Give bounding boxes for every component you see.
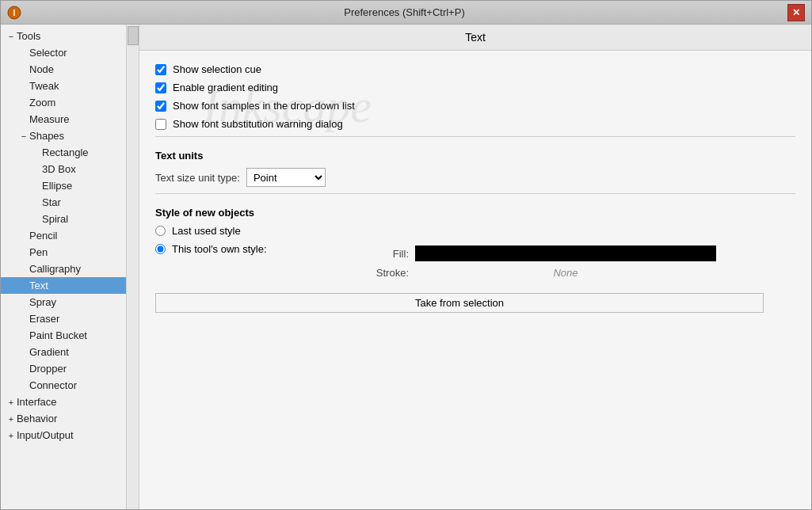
sidebar-item-selector-label: Selector: [29, 47, 67, 59]
style-section-title: Style of new objects: [155, 207, 795, 219]
sidebar-item-text-label: Text: [29, 280, 48, 291]
sidebar-item-3dbox[interactable]: 3D Box: [1, 161, 126, 177]
checkbox-enable-gradient-editing: Enable gradient editing: [155, 82, 795, 93]
sidebar-scrollbar[interactable]: [126, 25, 139, 509]
sidebar-item-3dbox-label: 3D Box: [42, 163, 76, 175]
sidebar-item-node[interactable]: Node: [1, 61, 126, 78]
checkbox-show-font-samples: Show font samples in the drop-down list: [155, 100, 795, 112]
sidebar-item-spiral-label: Spiral: [42, 213, 68, 225]
sidebar-item-star[interactable]: Star: [1, 194, 126, 211]
main-content: − Tools Selector Node Tweak Zoom: [1, 25, 811, 509]
sidebar: − Tools Selector Node Tweak Zoom: [1, 25, 139, 509]
sidebar-item-inputoutput-label: Input/Output: [17, 429, 74, 441]
preferences-window: I Preferences (Shift+Ctrl+P) ✕ − Tools S…: [0, 0, 812, 510]
sidebar-item-spiral[interactable]: Spiral: [1, 211, 126, 227]
divider-2: [155, 193, 795, 194]
text-units-title: Text units: [155, 150, 795, 162]
take-from-selection-button[interactable]: Take from selection: [155, 293, 764, 313]
last-used-style-radio[interactable]: [155, 226, 166, 236]
sidebar-item-eraser-label: Eraser: [29, 313, 59, 325]
scrollbar-thumb[interactable]: [128, 26, 139, 45]
app-icon: I: [7, 6, 21, 20]
sidebar-item-shapes[interactable]: − Shapes: [1, 128, 126, 144]
fill-bar: [415, 245, 716, 261]
sidebar-item-inputoutput[interactable]: + Input/Output: [1, 427, 126, 443]
panel-body-wrapper: Inkscape Show selection cue Enable gradi…: [155, 63, 795, 313]
sidebar-item-interface[interactable]: + Interface: [1, 394, 126, 410]
sidebar-item-pencil-label: Pencil: [29, 230, 57, 242]
sidebar-item-interface-label: Interface: [17, 396, 57, 408]
show-selection-cue-checkbox[interactable]: [155, 64, 166, 75]
show-selection-cue-label: Show selection cue: [173, 63, 261, 75]
enable-gradient-editing-checkbox[interactable]: [155, 82, 166, 93]
sidebar-item-spray[interactable]: Spray: [1, 294, 126, 310]
sidebar-item-pen[interactable]: Pen: [1, 244, 126, 261]
sidebar-item-spray-label: Spray: [29, 296, 56, 308]
sidebar-item-calligraphy-label: Calligraphy: [29, 263, 81, 275]
sidebar-item-paintbucket[interactable]: Paint Bucket: [1, 327, 126, 344]
sidebar-item-shapes-label: Shapes: [29, 130, 64, 142]
interface-expand-icon: +: [6, 398, 17, 407]
fill-label: Fill:: [361, 248, 409, 260]
this-tools-own-style-label: This tool's own style:: [172, 243, 267, 255]
sidebar-item-star-label: Star: [42, 196, 61, 208]
panel-body: Inkscape Show selection cue Enable gradi…: [139, 51, 811, 509]
sidebar-item-dropper[interactable]: Dropper: [1, 360, 126, 377]
stroke-row: Stroke: None: [361, 265, 795, 280]
sidebar-item-rectangle-label: Rectangle: [42, 147, 89, 158]
stroke-label: Stroke:: [361, 267, 409, 279]
show-font-substitution-checkbox[interactable]: [155, 119, 166, 130]
sidebar-item-selector[interactable]: Selector: [1, 44, 126, 61]
sidebar-item-gradient-label: Gradient: [29, 346, 69, 358]
sidebar-item-connector[interactable]: Connector: [1, 377, 126, 394]
close-button[interactable]: ✕: [787, 4, 805, 21]
fill-stroke-col: Fill: Stroke: None: [361, 245, 795, 284]
divider-1: [155, 136, 795, 137]
sidebar-item-tweak-label: Tweak: [29, 80, 59, 92]
radio-this-tools-own-style: This tool's own style:: [155, 243, 361, 255]
content-panel: Text Inkscape Show selection cue Enable …: [139, 25, 811, 509]
sidebar-item-paintbucket-label: Paint Bucket: [29, 329, 87, 341]
last-used-style-label: Last used style: [172, 225, 241, 237]
sidebar-item-node-label: Node: [29, 63, 54, 75]
sidebar-item-pen-label: Pen: [29, 246, 48, 258]
text-unit-type-label: Text size unit type:: [155, 172, 240, 184]
sidebar-item-eraser[interactable]: Eraser: [1, 310, 126, 327]
show-font-samples-checkbox[interactable]: [155, 101, 166, 112]
sidebar-item-text[interactable]: Text: [1, 277, 126, 294]
sidebar-item-zoom-label: Zoom: [29, 97, 55, 108]
inputoutput-expand-icon: +: [6, 431, 17, 440]
window-title: Preferences (Shift+Ctrl+P): [21, 6, 787, 18]
checkbox-show-selection-cue: Show selection cue: [155, 63, 795, 75]
panel-header: Text: [139, 25, 811, 51]
enable-gradient-editing-label: Enable gradient editing: [173, 82, 278, 93]
sidebar-item-ellipse-label: Ellipse: [42, 180, 72, 192]
title-bar: I Preferences (Shift+Ctrl+P) ✕: [1, 1, 811, 25]
sidebar-item-tools[interactable]: − Tools: [1, 28, 126, 44]
this-tools-own-style-radio[interactable]: [155, 244, 166, 254]
sidebar-item-behavior-label: Behavior: [17, 413, 57, 424]
sidebar-item-gradient[interactable]: Gradient: [1, 344, 126, 360]
sidebar-item-dropper-label: Dropper: [29, 363, 67, 375]
show-font-samples-label: Show font samples in the drop-down list: [173, 100, 355, 112]
text-unit-type-select[interactable]: Point Pixel Em Ex Percent: [246, 168, 326, 187]
sidebar-item-behavior[interactable]: + Behavior: [1, 410, 126, 427]
stroke-value-container: None: [415, 265, 716, 280]
sidebar-item-ellipse[interactable]: Ellipse: [1, 177, 126, 194]
sidebar-item-tweak[interactable]: Tweak: [1, 78, 126, 94]
sidebar-item-measure-label: Measure: [29, 113, 70, 125]
stroke-value: None: [553, 267, 578, 279]
sidebar-item-tools-label: Tools: [17, 30, 40, 42]
panel-title: Text: [465, 31, 486, 44]
text-units-row: Text size unit type: Point Pixel Em Ex P…: [155, 168, 795, 187]
sidebar-item-connector-label: Connector: [29, 379, 77, 391]
sidebar-item-pencil[interactable]: Pencil: [1, 227, 126, 244]
svg-text:I: I: [13, 9, 16, 17]
tools-expand-icon: −: [6, 32, 17, 41]
sidebar-item-rectangle[interactable]: Rectangle: [1, 144, 126, 161]
sidebar-item-zoom[interactable]: Zoom: [1, 94, 126, 111]
behavior-expand-icon: +: [6, 414, 17, 424]
style-layout: Last used style This tool's own style: F…: [155, 225, 795, 284]
sidebar-item-calligraphy[interactable]: Calligraphy: [1, 261, 126, 277]
sidebar-item-measure[interactable]: Measure: [1, 111, 126, 128]
